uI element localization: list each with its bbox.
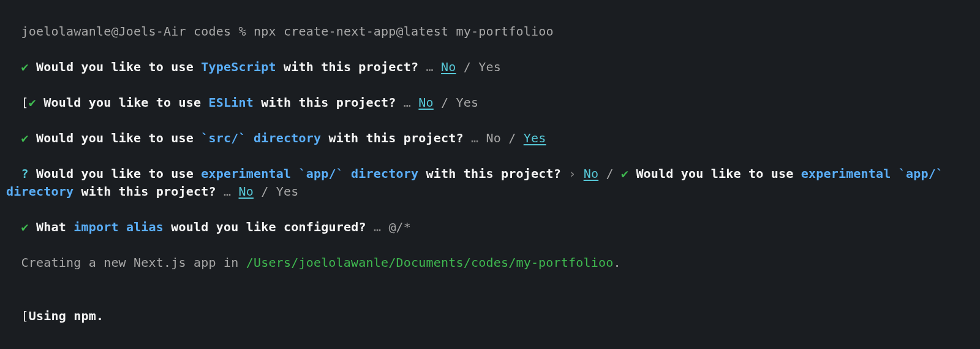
option-no-2[interactable]: No	[239, 184, 254, 199]
question-em: import alias	[74, 220, 164, 234]
check-icon: ✔	[621, 166, 628, 181]
question-text: Would you like to use	[36, 131, 201, 145]
option-no[interactable]: No	[418, 95, 433, 110]
ellipsis: …	[471, 131, 478, 145]
option-no[interactable]: No	[486, 131, 501, 145]
question-suffix-2: with this project?	[74, 184, 216, 199]
option-slash: /	[464, 59, 471, 74]
prompt-user-host: joelolawanle@Joels-Air	[21, 24, 186, 39]
option-yes[interactable]: Yes	[478, 59, 501, 74]
using-npm-line: [Using npm.	[6, 290, 974, 325]
ellipsis: …	[426, 59, 434, 74]
prompt-line: joelolawanle@Joels-Air codes % npx creat…	[6, 5, 974, 40]
option-no[interactable]: No	[584, 166, 598, 181]
creating-line: Creating a new Next.js app in /Users/joe…	[6, 236, 974, 272]
check-icon: ✔	[21, 59, 28, 74]
arrow-icon: ›	[568, 166, 576, 181]
question-em: `src/` directory	[201, 131, 321, 145]
creating-path: /Users/joelolawanle/Documents/codes/my-p…	[246, 255, 614, 270]
question-em: experimental `app/` directory	[201, 166, 418, 181]
question-post: would you like configured?	[164, 220, 366, 234]
question-text-2: Would you like to use	[636, 166, 801, 181]
question-eslint: [✔ Would you like to use ESLint with thi…	[6, 76, 974, 112]
bracket-open: [	[21, 309, 28, 323]
prompt-command: npx create-next-app@latest my-portfolioo	[254, 24, 554, 39]
using-text: Using npm.	[29, 309, 104, 323]
question-app-dir: ? Would you like to use experimental `ap…	[6, 147, 974, 201]
option-yes[interactable]: Yes	[524, 131, 546, 145]
question-em: ESLint	[209, 95, 254, 110]
question-suffix: with this project?	[254, 95, 396, 110]
alias-answer: @/*	[388, 220, 411, 234]
question-src-dir: ✔ Would you like to use `src/` directory…	[6, 112, 974, 147]
question-import-alias: ✔ What import alias would you like confi…	[6, 201, 974, 236]
prompt-cwd: codes	[194, 24, 231, 39]
option-slash: /	[606, 166, 613, 181]
option-slash-2: /	[261, 184, 268, 199]
question-text: Would you like to use	[36, 166, 201, 181]
option-yes[interactable]: Yes	[456, 95, 479, 110]
check-icon: ✔	[29, 95, 36, 110]
installing-header: Installing dependencies:	[6, 343, 974, 349]
creating-text: Creating a new Next.js app in	[21, 255, 246, 270]
check-icon: ✔	[21, 220, 28, 234]
question-typescript: ✔ Would you like to use TypeScript with …	[6, 40, 974, 76]
option-yes-2[interactable]: Yes	[276, 184, 299, 199]
option-slash: /	[508, 131, 516, 145]
option-slash: /	[441, 95, 448, 110]
question-text: Would you like to use	[36, 59, 201, 74]
ellipsis: …	[374, 220, 381, 234]
blank-line	[6, 325, 974, 343]
option-no[interactable]: No	[441, 59, 456, 74]
check-icon: ✔	[21, 131, 28, 145]
question-mark-icon: ?	[21, 166, 28, 181]
question-suffix: with this project?	[418, 166, 561, 181]
blank-line	[6, 272, 974, 290]
question-suffix: with this project?	[276, 59, 419, 74]
ellipsis: …	[224, 184, 231, 199]
bracket-open: [	[21, 95, 28, 110]
question-text: Would you like to use	[43, 95, 208, 110]
question-em: TypeScript	[201, 59, 276, 74]
question-suffix: with this project?	[321, 131, 464, 145]
question-pre: What	[36, 220, 74, 234]
creating-dot: .	[614, 255, 621, 270]
prompt-symbol: %	[239, 24, 246, 39]
ellipsis: …	[404, 95, 411, 110]
